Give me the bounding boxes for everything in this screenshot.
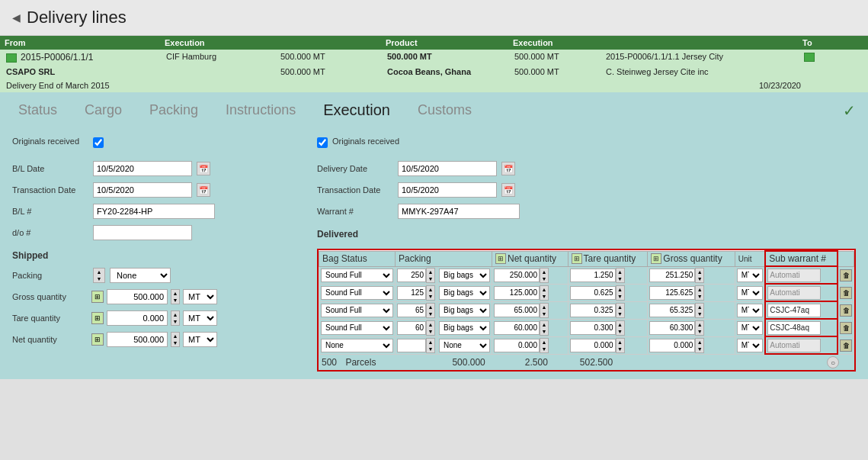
- net-qty-spinner-4[interactable]: ▲ ▼: [540, 338, 549, 353]
- bl-date-calendar-icon[interactable]: 📅: [197, 162, 210, 175]
- net-qty-spinner-1[interactable]: ▲ ▼: [540, 285, 549, 301]
- net-qty-input-2[interactable]: [494, 304, 540, 317]
- net-qty-input-0[interactable]: [494, 269, 540, 282]
- packing-qty-spinner-1[interactable]: ▲ ▼: [426, 285, 435, 301]
- packing-unit-select-2[interactable]: Big bags: [439, 304, 490, 317]
- sub-warrant-input-1[interactable]: [767, 286, 821, 300]
- gross-qty-unit[interactable]: MT: [183, 289, 217, 304]
- net-qty-spinner[interactable]: ▲ ▼: [171, 332, 180, 347]
- gross-qty-spinner[interactable]: ▲ ▼: [171, 289, 180, 304]
- unit-select-2[interactable]: MT: [737, 304, 764, 317]
- tare-qty-input-2[interactable]: [570, 304, 616, 317]
- gross-qty-spinner-0[interactable]: ▲ ▼: [695, 268, 704, 283]
- row-delete-btn-2[interactable]: 🗑: [840, 304, 852, 317]
- packing-qty-spinner-4[interactable]: ▲ ▼: [426, 338, 435, 353]
- back-arrow-icon[interactable]: ◀: [12, 11, 21, 24]
- tare-qty-up[interactable]: ▲: [171, 311, 179, 318]
- net-qty-input-3[interactable]: [494, 321, 540, 335]
- packing-qty-input-4[interactable]: [397, 339, 426, 352]
- bag-status-select-2[interactable]: Sound Full: [321, 304, 393, 317]
- gross-qty-input-1[interactable]: [649, 286, 695, 300]
- gross-qty-spinner-2[interactable]: ▲ ▼: [695, 303, 704, 318]
- packing-unit-select-0[interactable]: Big bags: [439, 269, 490, 282]
- net-qty-spinner-0[interactable]: ▲ ▼: [540, 268, 549, 283]
- tab-status[interactable]: Status: [12, 99, 63, 121]
- net-qty-unit[interactable]: MT: [183, 332, 217, 347]
- tab-customs[interactable]: Customs: [412, 99, 478, 121]
- right-originals-checkbox[interactable]: [317, 137, 328, 148]
- do-input[interactable]: [93, 225, 192, 240]
- sub-warrant-input-2[interactable]: [767, 304, 821, 317]
- row-delete-btn-0[interactable]: 🗑: [840, 269, 852, 281]
- delivery-date-calendar-icon[interactable]: 📅: [501, 162, 515, 175]
- tare-qty-input-0[interactable]: [570, 269, 616, 282]
- packing-qty-spinner-0[interactable]: ▲ ▼: [426, 268, 435, 283]
- bag-status-select-3[interactable]: Sound Full: [321, 321, 393, 335]
- unit-select-0[interactable]: MT: [737, 269, 764, 282]
- tab-packing[interactable]: Packing: [143, 99, 204, 121]
- tare-qty-spinner-0[interactable]: ▲ ▼: [616, 268, 625, 283]
- tx-date-input[interactable]: [93, 182, 192, 198]
- bl-num-input[interactable]: [93, 204, 215, 219]
- bag-status-select-0[interactable]: Sound Full: [321, 269, 393, 282]
- gross-qty-input-2[interactable]: [649, 304, 695, 317]
- row-delete-btn-1[interactable]: 🗑: [840, 287, 852, 299]
- net-qty-down[interactable]: ▼: [171, 339, 179, 346]
- gross-qty-up[interactable]: ▲: [171, 290, 179, 297]
- unit-select-3[interactable]: MT: [737, 321, 764, 335]
- packing-up-btn[interactable]: ▲: [94, 269, 104, 275]
- warrant-input[interactable]: [398, 204, 520, 219]
- bag-status-select-4[interactable]: None: [321, 339, 393, 352]
- packing-qty-spinner-2[interactable]: ▲ ▼: [426, 303, 435, 318]
- tab-execution[interactable]: Execution: [317, 98, 396, 122]
- net-qty-up[interactable]: ▲: [171, 333, 179, 339]
- tare-qty-spinner-4[interactable]: ▲ ▼: [616, 338, 625, 353]
- tare-qty-input-1[interactable]: [570, 286, 616, 300]
- gross-qty-input-4[interactable]: [649, 339, 695, 352]
- packing-qty-input-2[interactable]: [397, 304, 426, 317]
- tare-qty-input-3[interactable]: [570, 321, 616, 335]
- packing-unit-select-1[interactable]: Big bags: [439, 286, 490, 300]
- packing-qty-input-1[interactable]: [397, 286, 426, 300]
- tare-qty-unit[interactable]: MT: [183, 310, 217, 326]
- tx-date-calendar-icon[interactable]: 📅: [197, 183, 210, 197]
- right-tx-date-calendar-icon[interactable]: 📅: [501, 183, 515, 197]
- gross-qty-spinner-4[interactable]: ▲ ▼: [695, 338, 704, 353]
- bag-status-select-1[interactable]: Sound Full: [321, 286, 393, 300]
- net-qty-spinner-2[interactable]: ▲ ▼: [540, 303, 549, 318]
- unit-select-4[interactable]: MT: [737, 339, 764, 352]
- gross-qty-input-0[interactable]: [649, 269, 695, 282]
- tab-cargo[interactable]: Cargo: [78, 99, 128, 121]
- sub-warrant-input-4[interactable]: [767, 339, 821, 352]
- gross-qty-input-3[interactable]: [649, 321, 695, 335]
- net-qty-input[interactable]: [107, 332, 168, 347]
- packing-spinner[interactable]: ▲ ▼: [93, 268, 105, 283]
- gross-qty-spinner-1[interactable]: ▲ ▼: [695, 285, 704, 301]
- packing-qty-input-3[interactable]: [397, 321, 426, 335]
- add-row-btn[interactable]: ○: [827, 356, 839, 368]
- unit-select-1[interactable]: MT: [737, 286, 764, 300]
- packing-qty-spinner-3[interactable]: ▲ ▼: [426, 320, 435, 336]
- tare-qty-spinner[interactable]: ▲ ▼: [171, 310, 180, 326]
- row-delete-btn-3[interactable]: 🗑: [840, 322, 852, 334]
- gross-qty-down[interactable]: ▼: [171, 297, 179, 304]
- sub-warrant-input-3[interactable]: [767, 321, 821, 335]
- net-qty-spinner-3[interactable]: ▲ ▼: [540, 320, 549, 336]
- originals-received-checkbox[interactable]: [93, 137, 104, 148]
- tare-qty-spinner-1[interactable]: ▲ ▼: [616, 285, 625, 301]
- gross-qty-input[interactable]: [107, 289, 168, 304]
- right-tx-date-input[interactable]: [398, 182, 497, 198]
- tare-qty-input-4[interactable]: [570, 339, 616, 352]
- packing-select[interactable]: None: [110, 268, 171, 283]
- row-delete-btn-4[interactable]: 🗑: [840, 339, 852, 352]
- tare-qty-input[interactable]: [107, 310, 168, 326]
- packing-unit-select-3[interactable]: Big bags: [439, 321, 490, 335]
- gross-qty-spinner-3[interactable]: ▲ ▼: [695, 320, 704, 336]
- tare-qty-spinner-3[interactable]: ▲ ▼: [616, 320, 625, 336]
- packing-unit-select-4[interactable]: None: [439, 339, 490, 352]
- sub-warrant-input-0[interactable]: [767, 269, 821, 282]
- tare-qty-down[interactable]: ▼: [171, 318, 179, 325]
- net-qty-input-4[interactable]: [494, 339, 540, 352]
- packing-qty-input-0[interactable]: [397, 269, 426, 282]
- tab-instructions[interactable]: Instructions: [219, 99, 302, 121]
